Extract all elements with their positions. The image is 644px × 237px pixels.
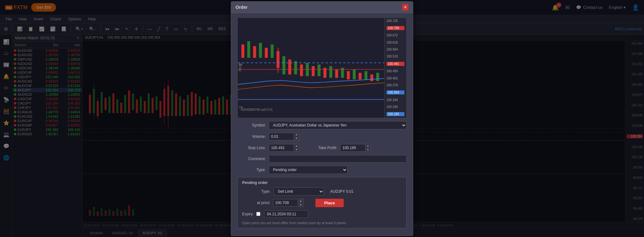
svg-rect-129 bbox=[370, 74, 373, 81]
at-price-row: at price: ▲ ▼ Place bbox=[242, 199, 402, 207]
svg-rect-107 bbox=[247, 41, 250, 58]
svg-rect-109 bbox=[259, 43, 262, 58]
modal-overlay: Order ✕ Entry #2045589748 sell 0.01 SL T… bbox=[0, 0, 644, 237]
info-message: Open price you set must differ from mark… bbox=[242, 221, 402, 225]
svg-rect-123 bbox=[335, 69, 338, 78]
svg-rect-117 bbox=[300, 64, 303, 76]
svg-rect-122 bbox=[329, 66, 332, 78]
price-618: 100.618 bbox=[386, 41, 404, 44]
price-564: 100.564 bbox=[386, 48, 404, 51]
svg-rect-128 bbox=[364, 71, 367, 79]
at-price-label: at price: bbox=[242, 201, 270, 205]
pending-type-select[interactable]: Sell Limit bbox=[274, 187, 324, 196]
price-379: 100.379 bbox=[386, 83, 404, 87]
svg-rect-106 bbox=[242, 44, 244, 57]
price-672: 100.672 bbox=[386, 34, 404, 37]
pending-order-section: Pending order Type: Sell Limit AUDJPY 0.… bbox=[237, 177, 407, 228]
mini-chart-svg bbox=[238, 18, 384, 118]
volume-label: Volume: bbox=[237, 134, 266, 139]
price-491: 100.491 bbox=[386, 62, 404, 66]
price-240: 100.240 bbox=[386, 105, 404, 109]
expiry-label: Expiry: bbox=[242, 212, 254, 216]
stop-loss-label: Stop Loss: bbox=[237, 146, 266, 150]
volume-input-group: ▲ ▼ bbox=[269, 132, 299, 141]
expiry-date-input[interactable] bbox=[264, 210, 308, 218]
svg-rect-130 bbox=[376, 73, 379, 81]
svg-rect-110 bbox=[265, 48, 268, 58]
take-profit-label: Take Profit: bbox=[309, 146, 337, 150]
price-402: 100.402 bbox=[386, 77, 404, 80]
price-294: 100.294 bbox=[386, 98, 404, 102]
volume-field[interactable] bbox=[269, 133, 294, 140]
pending-symbol-display: AUDJPY 0.01 bbox=[330, 189, 353, 194]
type-label: Type: bbox=[237, 168, 266, 172]
tp-down[interactable]: ▼ bbox=[365, 148, 370, 152]
at-price-down[interactable]: ▼ bbox=[298, 203, 303, 207]
at-price-input-group: ▲ ▼ bbox=[273, 199, 303, 207]
sl-arrows: ▲ ▼ bbox=[294, 144, 299, 152]
expiry-checkbox[interactable] bbox=[256, 212, 260, 216]
svg-rect-127 bbox=[358, 73, 361, 79]
tp-arrows: ▲ ▼ bbox=[365, 144, 371, 152]
svg-rect-108 bbox=[253, 46, 256, 58]
take-profit-input-group: ▲ ▼ bbox=[340, 144, 371, 152]
pending-type-label: Type: bbox=[242, 189, 270, 194]
comment-row: Comment: bbox=[237, 155, 407, 163]
price-185: 100.185 bbox=[386, 112, 404, 116]
symbol-select[interactable]: AUDJPY, Australian Dollar vs Japanese Ye… bbox=[269, 121, 407, 129]
sl-chart-label: SL bbox=[239, 63, 243, 66]
mini-price-axis: 100.726 100.709 100.672 100.618 100.564 … bbox=[385, 18, 407, 118]
svg-rect-119 bbox=[312, 66, 314, 76]
symbol-row: Symbol: AUDJPY, Australian Dollar vs Jap… bbox=[237, 121, 407, 129]
volume-up-btn[interactable]: ▲ bbox=[294, 133, 299, 137]
stop-loss-input[interactable] bbox=[269, 144, 294, 152]
svg-rect-120 bbox=[318, 64, 320, 76]
modal-close-button[interactable]: ✕ bbox=[402, 4, 408, 10]
expiry-row: Expiry: bbox=[242, 210, 402, 218]
volume-row: Volume: ▲ ▼ bbox=[237, 132, 407, 141]
symbol-label: Symbol: bbox=[237, 123, 266, 127]
at-price-arrows: ▲ ▼ bbox=[298, 199, 303, 207]
order-modal: Order ✕ Entry #2045589748 sell 0.01 SL T… bbox=[231, 1, 413, 236]
take-profit-input[interactable] bbox=[340, 144, 365, 152]
tp-up[interactable]: ▲ bbox=[365, 144, 370, 148]
price-456: 100.456 bbox=[386, 69, 404, 73]
svg-rect-115 bbox=[288, 59, 291, 74]
at-price-input[interactable] bbox=[273, 199, 298, 207]
type-row: Type: Pending order bbox=[237, 166, 407, 174]
comment-label: Comment: bbox=[237, 157, 266, 161]
place-button[interactable]: Place bbox=[315, 199, 344, 207]
modal-body: Entry #2045589748 sell 0.01 SL TP bbox=[231, 13, 413, 236]
svg-rect-111 bbox=[271, 44, 274, 57]
price-354: 100.354 bbox=[386, 90, 404, 94]
pending-title: Pending order bbox=[242, 180, 402, 185]
price-709: 100.709 bbox=[386, 26, 404, 30]
stop-loss-input-group: ▲ ▼ bbox=[269, 144, 299, 152]
modal-title: Order bbox=[236, 5, 247, 10]
sl-up[interactable]: ▲ bbox=[294, 144, 299, 148]
sl-tp-row: Stop Loss: ▲ ▼ Take Profit: ▲ ▼ bbox=[237, 144, 407, 152]
comment-input[interactable] bbox=[269, 155, 407, 163]
svg-rect-116 bbox=[294, 61, 297, 74]
order-info: #2045589748 sell 0.01 bbox=[241, 108, 273, 111]
at-price-up[interactable]: ▲ bbox=[298, 199, 303, 203]
volume-arrows-group: ▲ ▼ bbox=[294, 132, 299, 141]
price-726: 100.726 bbox=[386, 19, 404, 23]
type-select[interactable]: Pending order bbox=[269, 166, 347, 174]
price-510: 100.510 bbox=[386, 55, 404, 58]
order-mini-chart: Entry #2045589748 sell 0.01 SL TP bbox=[237, 18, 385, 118]
tp-chart-label: TP bbox=[239, 106, 243, 110]
sl-down[interactable]: ▼ bbox=[294, 148, 299, 152]
svg-rect-114 bbox=[282, 56, 285, 74]
svg-rect-125 bbox=[347, 71, 350, 79]
order-chart-container: Entry #2045589748 sell 0.01 SL TP bbox=[237, 18, 407, 118]
pending-type-row: Type: Sell Limit AUDJPY 0.01 bbox=[242, 187, 402, 196]
volume-down-btn[interactable]: ▼ bbox=[294, 137, 299, 140]
modal-header: Order ✕ bbox=[231, 2, 413, 13]
svg-rect-126 bbox=[353, 69, 356, 79]
